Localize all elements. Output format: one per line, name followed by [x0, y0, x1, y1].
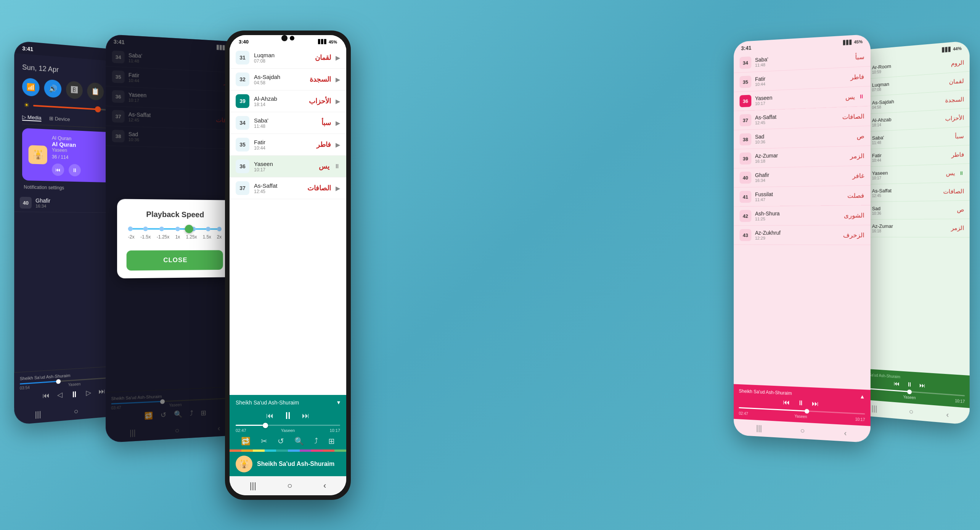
- surah-arabic: الصافات: [842, 113, 864, 121]
- menu-button[interactable]: |||: [250, 481, 256, 491]
- phone-pink: 3:41 ▋▋▋ 45% 34 Saba' 11:48 سبأ 35 Fatir…: [734, 34, 871, 443]
- bluetooth-toggle[interactable]: 🅱: [66, 81, 83, 99]
- rewind-button[interactable]: ◁: [57, 390, 63, 401]
- speed-slider[interactable]: -2x -1.5x -1.25x 1x 1.25x 1.5x 2x: [127, 228, 223, 239]
- color-bar-2: [241, 449, 253, 452]
- list-item[interactable]: 43 Az-Zukhruf 12:29 الزخرف: [734, 225, 871, 245]
- play-icon: ▶: [336, 185, 340, 192]
- home-button[interactable]: ○: [287, 481, 292, 491]
- sound-toggle[interactable]: 🔊: [44, 79, 61, 98]
- prev-button[interactable]: ⏮: [783, 398, 790, 407]
- pause-button[interactable]: ⏸: [69, 164, 81, 177]
- surah-duration: 10:17: [254, 167, 314, 172]
- home-button[interactable]: ○: [800, 426, 805, 435]
- search-icon[interactable]: 🔍: [294, 437, 304, 446]
- list-item[interactable]: 39 Az-Zumar 16:18 الزمر: [734, 146, 871, 168]
- back-button[interactable]: ‹: [844, 429, 847, 438]
- home-bar: ||| ○ ‹: [230, 476, 346, 495]
- notif-settings-label[interactable]: Notification settings: [24, 184, 64, 190]
- surah-name: Saba': [254, 117, 317, 124]
- surah-arabic: الزمر: [951, 224, 964, 231]
- list-item[interactable]: 36 Yaseen 10:17 يس ⏸: [230, 156, 346, 177]
- notif-time: 3:41: [22, 45, 33, 52]
- prev-button[interactable]: ⏮: [894, 380, 900, 387]
- next-button[interactable]: ⏭: [812, 400, 819, 408]
- sheikh-name: Sheikh Sa'ud Ash-Shuraim: [236, 400, 299, 406]
- next-button[interactable]: ⏭: [99, 387, 105, 398]
- signal-icon: ▋▋▋: [942, 47, 951, 52]
- main-screen: 3:40 ▋▋▋ 45% 31 Luqman 07:08 لقمان ▶ 32: [230, 35, 346, 495]
- close-button[interactable]: CLOSE: [127, 250, 223, 271]
- forward-button[interactable]: ▷: [86, 388, 92, 399]
- back-button[interactable]: ‹: [946, 410, 949, 419]
- surah-arabic: الزخرف: [843, 231, 864, 238]
- sheikh-profile[interactable]: 🕌 Sheikh Sa'ud Ash-Shuraim: [230, 452, 346, 476]
- pause-button[interactable]: ⏸: [283, 410, 293, 422]
- menu-button[interactable]: |||: [756, 424, 762, 433]
- menu-button[interactable]: |||: [871, 404, 877, 413]
- list-item[interactable]: 39 Al-Ahzab 18:14 الأحزاب ▶: [230, 90, 346, 112]
- pause-button[interactable]: ⏸: [70, 389, 79, 400]
- list-item[interactable]: 42 Ash-Shura 11:25 الشورى: [734, 205, 871, 226]
- repeat-icon[interactable]: 🔁: [241, 437, 251, 446]
- prev-button[interactable]: ⏮: [43, 391, 50, 402]
- prev-button[interactable]: ⏮: [266, 411, 274, 420]
- next-button[interactable]: ⏭: [919, 382, 925, 389]
- home-button[interactable]: ○: [909, 407, 913, 416]
- surah-info: Fatir 10:44: [755, 72, 847, 87]
- surah-info: As-Saffat 12:45: [872, 187, 940, 198]
- list-item[interactable]: 41 Fussilat 11:47 فصلت: [734, 185, 871, 206]
- back-button[interactable]: ‹: [323, 481, 326, 491]
- track-label: Yaseen: [794, 414, 807, 419]
- surah-duration: 11:25: [755, 216, 840, 221]
- scissors-icon[interactable]: ✂: [261, 437, 267, 446]
- surah-number: 36: [739, 95, 751, 107]
- player-thumb: [805, 409, 809, 414]
- dialog-overlay[interactable]: Playback Speed: [106, 34, 243, 443]
- home-button[interactable]: ○: [74, 407, 78, 416]
- external-link-icon[interactable]: ⊞: [328, 437, 335, 446]
- speed-thumb: [185, 225, 193, 233]
- surah-info: Saba' 11:48: [755, 52, 851, 68]
- media-tab[interactable]: ▷ Media: [22, 114, 41, 122]
- surah-duration: 16:34: [35, 204, 112, 209]
- progress-thumb: [263, 423, 268, 428]
- list-item[interactable]: 35 Fatir 10:44 فاطر ▶: [230, 134, 346, 156]
- pause-button[interactable]: ⏸: [797, 399, 804, 408]
- share-icon[interactable]: ⤴: [314, 437, 318, 446]
- nfc-toggle[interactable]: 📋: [87, 82, 104, 100]
- device-tab[interactable]: ⊞ Device: [49, 115, 70, 123]
- speed-label-6: 1.5x: [203, 234, 211, 240]
- speed-dot-6: [206, 227, 210, 231]
- pink-surah-list: 34 Saba' 11:48 سبأ 35 Fatir 10:44 فاطر 3…: [734, 47, 871, 390]
- next-button[interactable]: ⏭: [302, 411, 310, 420]
- list-item[interactable]: 31 Luqman 07:08 لقمان ▶: [230, 47, 346, 69]
- play-icon: ▶: [336, 98, 340, 105]
- list-item[interactable]: 34 Saba' 11:48 سبأ ▶: [230, 112, 346, 134]
- color-bar-4: [265, 449, 276, 452]
- history-icon[interactable]: ↺: [278, 437, 284, 446]
- list-item[interactable]: 37 As-Saffat 12:45 الصافات ▶: [230, 177, 346, 199]
- pause-button[interactable]: ⏸: [906, 381, 913, 388]
- progress-fill: [236, 425, 265, 426]
- camera-sensor: [281, 35, 288, 41]
- wifi-toggle[interactable]: 📶: [22, 77, 40, 97]
- prev-button[interactable]: ⏮: [52, 163, 64, 176]
- sheikh-name: Sheikh Sa'ud Ash-Shuraim: [739, 388, 792, 396]
- list-item[interactable]: 32 As-Sajdah 04:58 السجدة ▶: [230, 69, 346, 90]
- surah-number: 43: [739, 229, 751, 241]
- surah-info: Sad 10:36: [755, 131, 853, 144]
- surah-arabic: لقمان: [315, 53, 331, 62]
- progress-track[interactable]: [236, 425, 340, 426]
- surah-name: Luqman: [254, 52, 310, 58]
- surah-duration: 12:45: [254, 189, 303, 194]
- list-item[interactable]: 38 Sad 10:36 ص: [734, 126, 871, 149]
- menu-button[interactable]: |||: [35, 410, 41, 419]
- list-item[interactable]: 40 Ghafir 16:34 غافر: [734, 166, 871, 187]
- surah-arabic: سبأ: [321, 119, 331, 127]
- surah-number: 35: [739, 76, 751, 88]
- surah-info: As-Saffat 12:45: [254, 182, 303, 194]
- sheikh-selector[interactable]: Sheikh Sa'ud Ash-Shuraim ▾: [230, 395, 346, 408]
- speed-label-1: -2x: [128, 234, 135, 239]
- surah-arabic: ص: [857, 132, 864, 140]
